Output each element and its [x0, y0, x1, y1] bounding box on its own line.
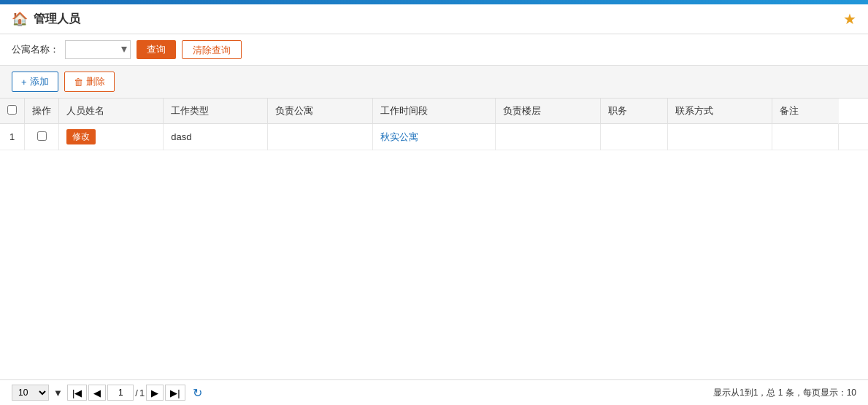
page-size-select[interactable]: 10 20 50 100 — [12, 385, 49, 401]
pagination-bar: 10 20 50 100 ▼ |◀ ◀ / 1 ▶ ▶| ↻ 显示从1到1，总 … — [0, 379, 868, 405]
page-separator: / — [135, 387, 138, 398]
row-floor — [600, 124, 667, 150]
delete-label: 删除 — [86, 75, 105, 88]
row-contact — [772, 124, 839, 150]
current-page-input[interactable] — [107, 385, 134, 401]
row-duty — [667, 124, 772, 150]
filter-label: 公寓名称： — [12, 43, 59, 56]
select-all-checkbox[interactable] — [7, 105, 17, 115]
table-row: 1 修改 dasd 秋实公寓 — [0, 124, 868, 150]
row-operation: 修改 — [59, 124, 164, 150]
col-work-time: 工作时间段 — [372, 99, 496, 124]
table-container: 操作 人员姓名 工作类型 负责公寓 工作时间段 负责楼层 职务 联系方式 备注 … — [0, 99, 868, 150]
refresh-button[interactable]: ↻ — [193, 386, 202, 400]
query-button[interactable]: 查询 — [137, 40, 176, 59]
first-page-button[interactable]: |◀ — [67, 385, 87, 401]
col-work-type: 工作类型 — [164, 99, 268, 124]
row-work-time — [496, 124, 600, 150]
col-floor: 负责楼层 — [496, 99, 600, 124]
data-table: 操作 人员姓名 工作类型 负责公寓 工作时间段 负责楼层 职务 联系方式 备注 … — [0, 99, 868, 150]
row-work-type — [268, 124, 372, 150]
add-button[interactable]: + 添加 — [12, 72, 58, 92]
col-checkbox — [0, 99, 25, 124]
trash-icon: 🗑 — [74, 77, 83, 88]
last-page-button[interactable]: ▶| — [165, 385, 185, 401]
title-left: 🏠 管理人员 — [12, 11, 80, 27]
pagination-nav: |◀ ◀ / 1 ▶ ▶| — [67, 385, 185, 401]
col-duty: 职务 — [600, 99, 667, 124]
add-label: 添加 — [30, 75, 49, 88]
table-header-row: 操作 人员姓名 工作类型 负责公寓 工作时间段 负责楼层 职务 联系方式 备注 — [0, 99, 868, 124]
main-content: 操作 人员姓名 工作类型 负责公寓 工作时间段 负责楼层 职务 联系方式 备注 … — [0, 99, 868, 390]
prev-page-button[interactable]: ◀ — [88, 385, 106, 401]
row-checkbox[interactable] — [37, 131, 47, 141]
clear-button[interactable]: 清除查询 — [182, 40, 242, 59]
filter-bar: 公寓名称： 查询 清除查询 — [0, 34, 868, 66]
row-name: dasd — [164, 124, 268, 150]
col-operation: 操作 — [25, 99, 59, 124]
title-bar: 🏠 管理人员 ★ — [0, 4, 868, 34]
row-number: 1 — [0, 124, 25, 150]
col-remarks: 备注 — [772, 99, 839, 124]
col-dormitory: 负责公寓 — [268, 99, 372, 124]
plus-icon: + — [21, 77, 27, 88]
toolbar: + 添加 🗑 删除 — [0, 66, 868, 99]
pagination-info: 显示从1到1，总 1 条，每页显示：10 — [713, 387, 856, 399]
modify-button[interactable]: 修改 — [66, 129, 96, 144]
col-contact: 联系方式 — [667, 99, 772, 124]
home-icon: 🏠 — [12, 11, 28, 27]
col-name: 人员姓名 — [59, 99, 164, 124]
dormitory-select[interactable] — [65, 40, 131, 59]
page-title: 管理人员 — [34, 12, 80, 27]
next-page-button[interactable]: ▶ — [146, 385, 164, 401]
pagination-left: 10 20 50 100 ▼ |◀ ◀ / 1 ▶ ▶| ↻ — [12, 385, 202, 401]
row-remarks — [839, 124, 868, 150]
delete-button[interactable]: 🗑 删除 — [64, 72, 115, 92]
page-size-arrow: ▼ — [53, 387, 63, 398]
total-pages: 1 — [139, 387, 145, 398]
row-checkbox-cell — [25, 124, 59, 150]
row-dormitory: 秋实公寓 — [372, 124, 496, 150]
star-icon[interactable]: ★ — [843, 10, 856, 28]
